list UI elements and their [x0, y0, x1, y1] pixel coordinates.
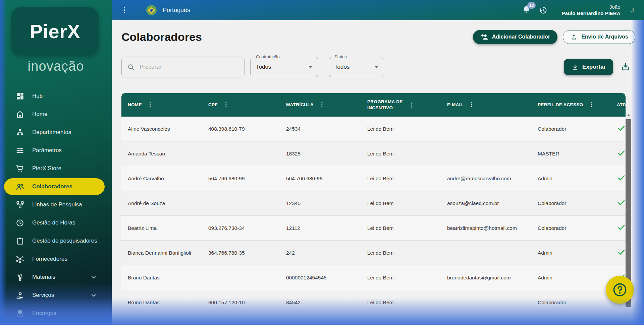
sidebar-item-parametros[interactable]: Parâmetros: [0, 141, 112, 159]
sidebar-item-label: Fornecedores: [32, 256, 67, 262]
table-row[interactable]: Beatriz Lima093.276.730-3412112Lei do Be…: [121, 216, 626, 241]
status-select-label: Status: [333, 54, 348, 59]
sidebar-item-servicos[interactable]: Serviços: [0, 286, 112, 304]
column-label: E-MAIL: [447, 102, 463, 108]
sidebar-item-label: PierX Store: [32, 165, 61, 172]
cell-ativo: [598, 173, 626, 184]
sidebar-item-colaboradores[interactable]: Colaboradores: [4, 178, 105, 195]
check-icon: [617, 248, 626, 257]
file-upload-button[interactable]: Envio de Arquivos: [563, 30, 635, 44]
table-row[interactable]: Aline Vasconcelos408.398.610-7924534Lei …: [121, 117, 626, 141]
sidebar-item-pierx-store[interactable]: PierX Store: [0, 159, 112, 178]
cell-programa: Lei do Bem: [361, 151, 441, 157]
sidebar-item-gestao-de-horas[interactable]: Gestão de Horas: [0, 214, 112, 232]
clipboard-icon: [15, 237, 24, 246]
cell-perfil: Colaborador: [531, 200, 598, 206]
cell-matricula: 564.766.680-99: [280, 176, 361, 182]
kebab-menu-icon[interactable]: ⋮: [121, 6, 128, 14]
user-full-name: Paulo Bernardino PIERA: [561, 10, 620, 16]
table-row[interactable]: Amanda Tessari18325Lei do BemMASTER: [121, 141, 626, 166]
cell-matricula: 34542: [280, 300, 361, 306]
sidebar-item-label: Hub: [32, 93, 43, 100]
cart-icon: [15, 164, 24, 173]
svg-text:$: $: [19, 310, 21, 314]
column-label: ATIVO: [617, 102, 626, 108]
add-collaborator-label: Adicionar Colaborador: [492, 34, 550, 40]
add-collaborator-button[interactable]: Adicionar Colaborador: [473, 30, 557, 44]
cell-cpf: 093.276.730-34: [202, 225, 280, 231]
cell-cpf: 364.766.780-35: [202, 250, 280, 256]
sidebar-item-linhas-de-pesquisa[interactable]: Linhas de Pesquisa: [0, 196, 112, 214]
sidebar-item-hub[interactable]: Hub: [0, 87, 112, 105]
logo-title: PierX: [30, 20, 80, 43]
user-menu[interactable]: João Paulo Bernardino PIERA: [561, 4, 620, 16]
cell-perfil: Admin: [531, 176, 598, 182]
column-menu-icon[interactable]: ⋮: [147, 102, 153, 108]
contract-select[interactable]: Contratação Todos: [250, 57, 318, 77]
table-row[interactable]: Bianca Dennanni Bonfiglioli364.766.780-3…: [121, 241, 626, 265]
cell-perfil: Colaborador: [531, 300, 598, 306]
sidebar-item-fornecedores[interactable]: Fornecedores: [0, 250, 112, 268]
cell-email: beatrizlimapinto@hotmail.com: [441, 225, 531, 231]
cell-matricula: 00000012454545: [280, 275, 361, 281]
column-header-ativo: ATIVO: [598, 102, 626, 108]
language-selector[interactable]: Português: [146, 5, 190, 15]
language-label: Português: [163, 7, 190, 14]
check-icon: [617, 124, 626, 133]
check-icon: [617, 148, 626, 157]
column-header-cpf: CPF⋮: [202, 102, 280, 108]
cell-programa: Lei do Bem: [361, 225, 441, 231]
chevron-down-icon: [90, 274, 97, 280]
sidebar-item-gestao-de-pesquisadores[interactable]: Gestão de pesquisadores: [0, 232, 112, 250]
contract-select-value: Todos: [256, 64, 271, 70]
chevron-down-icon: [299, 66, 313, 68]
help-button[interactable]: [606, 276, 634, 304]
contract-select-label: Contratação: [254, 54, 281, 59]
sidebar-item-label: Serviços: [32, 292, 54, 299]
table-row[interactable]: Bruno Dantas00000012454545Lei do Bembrun…: [121, 265, 626, 290]
topbar: ⋮ Português 13 João Paulo Bernardino PIE…: [112, 0, 644, 20]
column-menu-icon[interactable]: ⋮: [469, 102, 474, 108]
column-menu-icon[interactable]: ⋮: [409, 102, 415, 108]
history-button[interactable]: [538, 6, 547, 15]
export-button[interactable]: Exportar: [564, 59, 613, 75]
sidebar-item-home[interactable]: Home: [0, 105, 112, 123]
search-input[interactable]: [139, 63, 239, 71]
cell-email: andre@ramoscarvalho.com: [441, 176, 531, 182]
cell-perfil: Admin: [531, 250, 598, 256]
sidebar-menu: HubHomeDepartamentosParâmetrosPierX Stor…: [0, 87, 112, 322]
table-row[interactable]: André de Souza12345Lei do Bemasouza@clae…: [121, 191, 626, 216]
sidebar-item-encargos[interactable]: $Encargos: [0, 304, 112, 322]
cell-nome: Bruno Dantas: [121, 300, 202, 306]
column-label: MATRÍCULA: [286, 102, 314, 108]
table-body: Aline Vasconcelos408.398.610-7924534Lei …: [121, 117, 626, 315]
cell-nome: Aline Vasconcelos: [121, 126, 202, 132]
column-menu-icon[interactable]: ⋮: [319, 102, 325, 108]
status-select[interactable]: Status Todos: [329, 57, 384, 77]
cell-perfil: MASTER: [531, 151, 598, 157]
column-header-matricula: MATRÍCULA⋮: [280, 102, 361, 108]
notifications-button[interactable]: 13: [522, 5, 531, 15]
cell-nome: André Carvalho: [121, 176, 202, 182]
sidebar-item-departamentos[interactable]: Departamentos: [0, 123, 112, 141]
sidebar-item-label: Materiais: [32, 274, 55, 280]
column-menu-icon[interactable]: ⋮: [588, 102, 594, 108]
cell-nome: Amanda Tessari: [121, 151, 202, 157]
notification-count-badge: 13: [527, 2, 536, 9]
cell-perfil: Admin: [531, 275, 598, 281]
sidebar-item-label: Gestão de pesquisadores: [32, 238, 97, 244]
download-icon: [571, 63, 579, 71]
column-menu-icon[interactable]: ⋮: [223, 102, 229, 108]
cell-cpf: 600.157.120-10: [202, 300, 280, 306]
scroll-up-arrow-icon[interactable]: [627, 114, 630, 116]
table-row[interactable]: Bruno Dantas600.157.120-1034542Lei do Be…: [121, 290, 626, 315]
cell-matricula: 18325: [280, 151, 361, 157]
download-tray-icon[interactable]: [621, 62, 631, 72]
sidebar-item-materiais[interactable]: Materiais: [0, 268, 112, 286]
sidebar-item-label: Parâmetros: [32, 147, 62, 154]
column-header-nome: NOME⋮: [121, 102, 202, 108]
home-icon: [15, 110, 24, 119]
sidebar-item-label: Home: [32, 111, 47, 118]
avatar[interactable]: J: [631, 6, 634, 14]
table-row[interactable]: André Carvalho564.766.680-99564.766.680-…: [121, 166, 626, 191]
